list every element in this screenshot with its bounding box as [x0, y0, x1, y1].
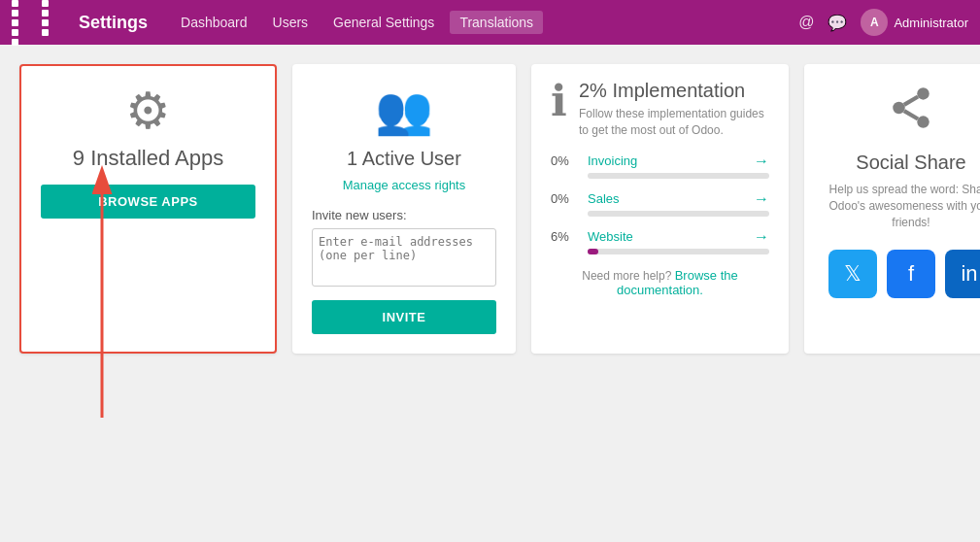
chat-icon[interactable]: 💬: [828, 14, 847, 32]
implementation-card: ℹ 2% Implementation Follow these impleme…: [531, 64, 789, 354]
invoicing-progress-bar: [588, 173, 769, 179]
sales-link[interactable]: Sales: [588, 191, 746, 206]
user-menu[interactable]: A Administrator: [861, 9, 968, 36]
invite-section: Invite new users: INVITE: [312, 208, 496, 334]
nav-translations[interactable]: Translations: [450, 11, 543, 34]
svg-point-2: [917, 116, 929, 128]
svg-point-0: [917, 87, 929, 100]
svg-line-3: [904, 111, 918, 119]
invoicing-pct: 0%: [551, 153, 580, 168]
impl-header: ℹ 2% Implementation Follow these impleme…: [551, 80, 769, 139]
social-buttons: 𝕏 f in: [828, 250, 980, 298]
info-icon: ℹ: [551, 80, 567, 122]
apps-grid-icon[interactable]: [12, 0, 69, 46]
nav-links: Dashboard Users General Settings Transla…: [171, 11, 798, 34]
website-progress-bar: [588, 249, 769, 254]
svg-point-1: [893, 102, 905, 115]
installed-apps-title: 9 Installed Apps: [73, 146, 223, 171]
svg-line-4: [904, 97, 918, 105]
invite-email-input[interactable]: [312, 228, 496, 287]
active-user-title: 1 Active User: [347, 148, 461, 170]
facebook-icon: f: [908, 261, 914, 287]
linkedin-button[interactable]: in: [945, 250, 980, 298]
impl-subtitle: Follow these implementation guides to ge…: [579, 106, 769, 139]
website-arrow-icon: →: [754, 228, 769, 246]
invite-button[interactable]: INVITE: [312, 300, 496, 334]
linkedin-icon: in: [961, 261, 977, 287]
social-title: Social Share: [856, 152, 965, 174]
progress-invoicing: 0% Invoicing →: [551, 152, 769, 179]
nav-general-settings[interactable]: General Settings: [323, 11, 444, 34]
invoicing-arrow-icon: →: [754, 152, 769, 170]
manage-access-link[interactable]: Manage access rights: [343, 178, 465, 192]
progress-sales: 0% Sales →: [551, 190, 769, 217]
users-icon: 👥: [375, 84, 433, 138]
progress-website: 6% Website →: [551, 228, 769, 254]
main-content: ⚙ 9 Installed Apps BROWSE APPS 👥 1 Activ…: [0, 45, 980, 373]
avatar: A: [861, 9, 888, 36]
social-share-card: Social Share Help us spread the word: Sh…: [804, 64, 980, 354]
invoicing-link[interactable]: Invoicing: [588, 153, 746, 168]
website-link[interactable]: Website: [588, 229, 746, 244]
twitter-icon: 𝕏: [844, 261, 862, 287]
installed-apps-card: ⚙ 9 Installed Apps BROWSE APPS: [19, 64, 277, 354]
brand-title: Settings: [79, 13, 148, 33]
active-user-card: 👥 1 Active User Manage access rights Inv…: [292, 64, 516, 354]
gear-icon: ⚙: [125, 85, 171, 136]
facebook-button[interactable]: f: [887, 250, 935, 298]
share-icon: [887, 84, 935, 142]
nav-users[interactable]: Users: [263, 11, 319, 34]
navbar-right: @ 💬 A Administrator: [798, 9, 968, 36]
nav-dashboard[interactable]: Dashboard: [171, 11, 257, 34]
user-name: Administrator: [894, 16, 968, 30]
navbar: Settings Dashboard Users General Setting…: [0, 0, 980, 45]
help-section: Need more help? Browse the documentation…: [551, 268, 769, 297]
sales-pct: 0%: [551, 191, 580, 206]
at-icon[interactable]: @: [798, 14, 814, 31]
sales-arrow-icon: →: [754, 190, 769, 208]
browse-apps-button[interactable]: BROWSE APPS: [41, 185, 255, 219]
impl-title: 2% Implementation: [579, 80, 769, 102]
sales-progress-bar: [588, 211, 769, 217]
social-subtitle: Help us spread the word: Share Odoo's aw…: [824, 182, 980, 230]
invite-label: Invite new users:: [312, 208, 496, 222]
twitter-button[interactable]: 𝕏: [828, 250, 877, 298]
website-pct: 6%: [551, 229, 580, 244]
